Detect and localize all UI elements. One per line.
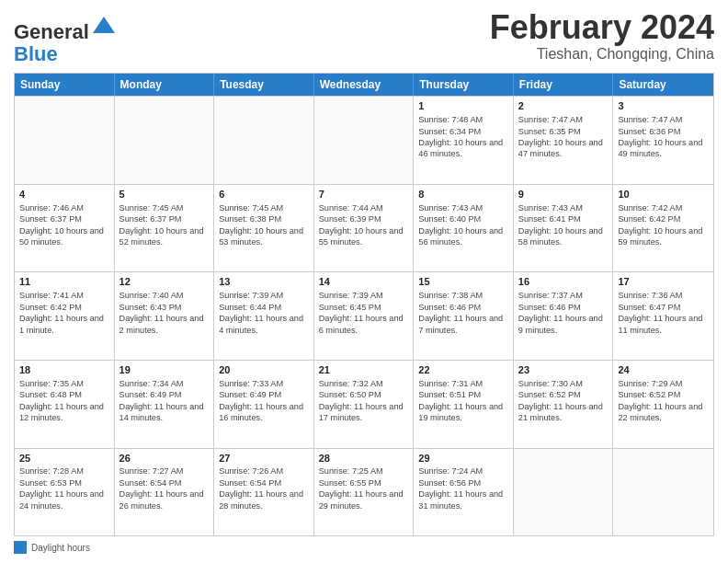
header-saturday: Saturday <box>613 74 713 96</box>
calendar-cell <box>514 449 614 536</box>
cell-info: Sunrise: 7:34 AMSunset: 6:49 PMDaylight:… <box>119 378 210 424</box>
logo-blue: Blue <box>14 42 58 65</box>
cell-info: Sunrise: 7:47 AMSunset: 6:36 PMDaylight:… <box>618 114 709 160</box>
day-number: 26 <box>119 452 210 465</box>
cell-info: Sunrise: 7:30 AMSunset: 6:52 PMDaylight:… <box>518 378 609 424</box>
day-number: 1 <box>418 99 508 113</box>
footer: Daylight hours <box>14 541 714 554</box>
calendar-cell <box>214 97 314 184</box>
cell-info: Sunrise: 7:47 AMSunset: 6:35 PMDaylight:… <box>518 114 609 160</box>
header-wednesday: Wednesday <box>314 74 415 96</box>
day-number: 19 <box>119 363 210 377</box>
month-title: February 2024 <box>490 9 714 46</box>
cell-info: Sunrise: 7:43 AMSunset: 6:41 PMDaylight:… <box>518 202 609 248</box>
calendar-cell <box>613 449 713 536</box>
day-number: 12 <box>119 275 210 289</box>
calendar-week-2: 11Sunrise: 7:41 AMSunset: 6:42 PMDayligh… <box>15 271 713 360</box>
calendar-week-4: 25Sunrise: 7:28 AMSunset: 6:53 PMDayligh… <box>15 448 713 536</box>
calendar-cell: 21Sunrise: 7:32 AMSunset: 6:50 PMDayligh… <box>314 361 415 448</box>
cell-info: Sunrise: 7:46 AMSunset: 6:37 PMDaylight:… <box>19 202 109 248</box>
calendar-cell: 19Sunrise: 7:34 AMSunset: 6:49 PMDayligh… <box>115 361 215 448</box>
calendar-cell: 9Sunrise: 7:43 AMSunset: 6:41 PMDaylight… <box>514 185 614 272</box>
calendar-cell: 6Sunrise: 7:45 AMSunset: 6:38 PMDaylight… <box>214 185 314 272</box>
calendar-cell: 29Sunrise: 7:24 AMSunset: 6:56 PMDayligh… <box>414 449 514 536</box>
header-tuesday: Tuesday <box>214 74 314 96</box>
calendar-cell: 1Sunrise: 7:48 AMSunset: 6:34 PMDaylight… <box>414 97 514 184</box>
day-number: 5 <box>119 188 210 201</box>
cell-info: Sunrise: 7:41 AMSunset: 6:42 PMDaylight:… <box>19 290 109 336</box>
cell-info: Sunrise: 7:38 AMSunset: 6:46 PMDaylight:… <box>418 290 508 336</box>
day-number: 17 <box>618 275 709 289</box>
calendar-cell: 13Sunrise: 7:39 AMSunset: 6:44 PMDayligh… <box>214 272 314 360</box>
calendar-cell <box>115 97 215 184</box>
calendar-cell <box>15 97 115 184</box>
calendar-cell: 10Sunrise: 7:42 AMSunset: 6:42 PMDayligh… <box>613 185 713 272</box>
cell-info: Sunrise: 7:32 AMSunset: 6:50 PMDaylight:… <box>319 378 409 424</box>
header-monday: Monday <box>115 74 215 96</box>
day-number: 14 <box>319 275 409 289</box>
cell-info: Sunrise: 7:33 AMSunset: 6:49 PMDaylight:… <box>219 378 309 424</box>
calendar-header: Sunday Monday Tuesday Wednesday Thursday… <box>15 74 713 96</box>
day-number: 10 <box>618 188 709 201</box>
calendar-cell: 12Sunrise: 7:40 AMSunset: 6:43 PMDayligh… <box>115 272 215 360</box>
day-number: 3 <box>618 99 709 113</box>
calendar-week-1: 4Sunrise: 7:46 AMSunset: 6:37 PMDaylight… <box>15 184 713 272</box>
calendar-cell: 28Sunrise: 7:25 AMSunset: 6:55 PMDayligh… <box>314 449 415 536</box>
cell-info: Sunrise: 7:39 AMSunset: 6:45 PMDaylight:… <box>319 290 409 336</box>
cell-info: Sunrise: 7:28 AMSunset: 6:53 PMDaylight:… <box>19 465 109 511</box>
logo-text: General Blue <box>14 13 117 65</box>
calendar-cell: 8Sunrise: 7:43 AMSunset: 6:40 PMDaylight… <box>414 185 514 272</box>
day-number: 6 <box>219 188 309 201</box>
cell-info: Sunrise: 7:31 AMSunset: 6:51 PMDaylight:… <box>418 378 508 424</box>
day-number: 15 <box>418 275 508 289</box>
day-number: 23 <box>518 363 609 377</box>
day-number: 25 <box>19 452 109 465</box>
day-number: 18 <box>19 363 109 377</box>
calendar-cell: 17Sunrise: 7:36 AMSunset: 6:47 PMDayligh… <box>613 272 713 360</box>
calendar-cell: 16Sunrise: 7:37 AMSunset: 6:46 PMDayligh… <box>514 272 614 360</box>
cell-info: Sunrise: 7:45 AMSunset: 6:37 PMDaylight:… <box>119 202 210 248</box>
cell-info: Sunrise: 7:45 AMSunset: 6:38 PMDaylight:… <box>219 202 309 248</box>
cell-info: Sunrise: 7:25 AMSunset: 6:55 PMDaylight:… <box>319 465 409 511</box>
calendar-body: 1Sunrise: 7:48 AMSunset: 6:34 PMDaylight… <box>15 96 713 535</box>
calendar-cell: 3Sunrise: 7:47 AMSunset: 6:36 PMDaylight… <box>613 97 713 184</box>
legend-label: Daylight hours <box>31 543 90 553</box>
calendar-cell: 20Sunrise: 7:33 AMSunset: 6:49 PMDayligh… <box>214 361 314 448</box>
calendar-cell: 27Sunrise: 7:26 AMSunset: 6:54 PMDayligh… <box>214 449 314 536</box>
day-number: 28 <box>319 452 409 465</box>
title-block: February 2024 Tieshan, Chongqing, China <box>490 9 714 63</box>
calendar-week-0: 1Sunrise: 7:48 AMSunset: 6:34 PMDaylight… <box>15 96 713 184</box>
day-number: 2 <box>518 99 609 113</box>
calendar-cell: 24Sunrise: 7:29 AMSunset: 6:52 PMDayligh… <box>613 361 713 448</box>
day-number: 7 <box>319 188 409 201</box>
day-number: 4 <box>19 188 109 201</box>
calendar-cell: 4Sunrise: 7:46 AMSunset: 6:37 PMDaylight… <box>15 185 115 272</box>
header-friday: Friday <box>514 74 614 96</box>
logo-icon <box>91 13 117 39</box>
calendar-cell: 11Sunrise: 7:41 AMSunset: 6:42 PMDayligh… <box>15 272 115 360</box>
day-number: 24 <box>618 363 709 377</box>
calendar-cell: 7Sunrise: 7:44 AMSunset: 6:39 PMDaylight… <box>314 185 415 272</box>
calendar: Sunday Monday Tuesday Wednesday Thursday… <box>14 73 714 536</box>
calendar-cell: 23Sunrise: 7:30 AMSunset: 6:52 PMDayligh… <box>514 361 614 448</box>
logo: General Blue <box>14 13 117 65</box>
header-thursday: Thursday <box>414 74 514 96</box>
day-number: 29 <box>418 452 508 465</box>
day-number: 21 <box>319 363 409 377</box>
day-number: 13 <box>219 275 309 289</box>
legend-color-box <box>14 541 27 554</box>
page: General Blue February 2024 Tieshan, Chon… <box>0 0 728 563</box>
cell-info: Sunrise: 7:43 AMSunset: 6:40 PMDaylight:… <box>418 202 508 248</box>
calendar-week-3: 18Sunrise: 7:35 AMSunset: 6:48 PMDayligh… <box>15 360 713 448</box>
cell-info: Sunrise: 7:40 AMSunset: 6:43 PMDaylight:… <box>119 290 210 336</box>
calendar-cell <box>314 97 415 184</box>
cell-info: Sunrise: 7:35 AMSunset: 6:48 PMDaylight:… <box>19 378 109 424</box>
cell-info: Sunrise: 7:36 AMSunset: 6:47 PMDaylight:… <box>618 290 709 336</box>
cell-info: Sunrise: 7:29 AMSunset: 6:52 PMDaylight:… <box>618 378 709 424</box>
cell-info: Sunrise: 7:48 AMSunset: 6:34 PMDaylight:… <box>418 114 508 160</box>
day-number: 22 <box>418 363 508 377</box>
calendar-cell: 2Sunrise: 7:47 AMSunset: 6:35 PMDaylight… <box>514 97 614 184</box>
day-number: 20 <box>219 363 309 377</box>
calendar-cell: 5Sunrise: 7:45 AMSunset: 6:37 PMDaylight… <box>115 185 215 272</box>
cell-info: Sunrise: 7:44 AMSunset: 6:39 PMDaylight:… <box>319 202 409 248</box>
